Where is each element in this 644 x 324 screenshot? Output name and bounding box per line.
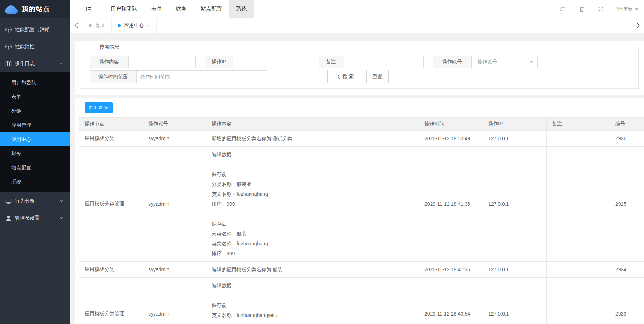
- cell-content: 编辑数据 保存前 分类名称：服装业 英文名称：fuzhuanghang 排序：9…: [206, 147, 419, 262]
- sidebar-item-perf-config[interactable]: 性能配置与消耗: [0, 21, 70, 38]
- sidebar-subitem[interactable]: 站点配置: [0, 160, 70, 175]
- sidebar-menu-bottom: 行为分析 管理员设置: [0, 192, 70, 227]
- cell-note: [547, 278, 610, 324]
- close-tab-icon[interactable]: ×: [147, 23, 150, 29]
- cell-account: syyadmin: [143, 131, 206, 147]
- cell-ip: 127.0.0.1: [483, 262, 547, 278]
- table-column-header: 操作节点: [79, 118, 143, 131]
- sidebar-subitem[interactable]: 用户和团队: [0, 75, 70, 90]
- sidebar-item-operation-log[interactable]: 操作日志: [0, 55, 70, 72]
- export-data-button[interactable]: 导出数据: [85, 102, 113, 113]
- content-input[interactable]: [129, 56, 195, 68]
- refresh-icon[interactable]: [560, 6, 565, 12]
- topnav-item[interactable]: 表单: [144, 0, 169, 18]
- tab-app-center[interactable]: 应用中心 ×: [112, 18, 157, 33]
- cell-id: 2923: [610, 278, 644, 324]
- chevron-down-icon: [59, 199, 63, 203]
- cell-node: 应用模板分类: [79, 131, 143, 147]
- cell-node: 应用模板分类: [79, 262, 143, 278]
- main-column: 用户和团队表单财务站点配置系统: [70, 0, 644, 324]
- sidebar-subitem[interactable]: 表单: [0, 90, 70, 104]
- sidebar-item-admin-settings[interactable]: 管理员设置: [0, 210, 70, 227]
- note-field-label: 备注:: [319, 56, 344, 68]
- cell-ip: 127.0.0.1: [483, 131, 547, 147]
- ip-input[interactable]: [233, 56, 310, 68]
- search-panel: 搜索信息 操作内容 操作IP 备注:: [75, 41, 644, 95]
- site-name: 我的站点: [22, 5, 50, 14]
- table-column-header: 备注: [547, 118, 610, 131]
- cell-note: [547, 147, 610, 262]
- user-name: 管理员: [617, 6, 632, 12]
- search-row-1: 操作内容 操作IP 备注: 操作账号: [90, 56, 631, 68]
- topnav-item[interactable]: 系统: [229, 0, 254, 18]
- chevron-right-icon: [637, 23, 640, 28]
- user-icon: [5, 215, 12, 221]
- table-row: 应用模板分类管理syyadmin编辑数据 保存前 分类名称：服装业 英文名称：f…: [79, 147, 644, 262]
- cell-content: 新增的应用模板分类名称为:测试分类: [206, 131, 419, 147]
- site-logo[interactable]: 我的站点: [0, 0, 70, 18]
- operation-log-table: 操作节点操作账号操作内容操作时间操作IP备注编号 应用模板分类syyadmin新…: [79, 117, 644, 324]
- reset-button[interactable]: 重置: [366, 70, 389, 83]
- trash-icon[interactable]: [579, 6, 585, 12]
- tab-label: 应用中心: [124, 22, 144, 29]
- sidebar: 我的站点 性能配置与消耗 性能监控: [0, 0, 70, 324]
- sidebar-submenu: 用户和团队表单外链应用管理应用中心财务站点配置系统: [0, 72, 70, 192]
- log-table-panel: 导出数据 操作节点操作账号操作内容操作时间操作IP备注编号 应用模板分类syya…: [75, 98, 644, 324]
- sidebar-subitem[interactable]: 应用管理: [0, 118, 70, 132]
- cell-time: 2020-11-12 18:41:36: [419, 262, 483, 278]
- tab-home[interactable]: 首页: [82, 18, 112, 33]
- time-range-field-label: 操作时间范围: [90, 71, 137, 83]
- cell-time: 2020-11-12 18:41:36: [419, 147, 483, 262]
- sidebar-item-behavior-analysis[interactable]: 行为分析: [0, 193, 70, 210]
- time-range-input[interactable]: [137, 71, 267, 83]
- sidebar-subitem[interactable]: 财务: [0, 146, 70, 160]
- tab-bar: 首页 应用中心 ×: [70, 18, 644, 33]
- account-select[interactable]: -操作账号-: [472, 56, 537, 68]
- sidebar-item-perf-monitor[interactable]: 性能监控: [0, 38, 70, 55]
- fullscreen-icon[interactable]: [598, 6, 604, 12]
- table-row: 应用模板分类syyadmin编辑的应用模板分类名称为:服装2020-11-12 …: [79, 262, 644, 278]
- search-button[interactable]: 搜 索: [327, 70, 361, 83]
- chevron-up-icon: [59, 62, 63, 66]
- table-header-row: 操作节点操作账号操作内容操作时间操作IP备注编号: [79, 118, 644, 131]
- tabs-scroll-right[interactable]: [632, 18, 644, 33]
- topnav-item[interactable]: 用户和团队: [103, 0, 144, 18]
- note-input[interactable]: [344, 56, 423, 68]
- sidebar-item-label: 性能监控: [15, 44, 35, 50]
- reset-button-label: 重置: [373, 74, 383, 80]
- cell-ip: 127.0.0.1: [483, 278, 547, 324]
- topnav-item[interactable]: 财务: [169, 0, 194, 18]
- map-book-icon: [5, 61, 12, 67]
- caret-down-icon: [530, 61, 533, 63]
- monitor-icon: [5, 198, 12, 204]
- user-menu[interactable]: 管理员: [617, 6, 638, 12]
- ip-field-label: 操作IP: [205, 56, 233, 68]
- account-select-value: -操作账号-: [476, 59, 527, 65]
- cell-ip: 127.0.0.1: [483, 147, 547, 262]
- cell-note: [547, 262, 610, 278]
- topnav-item[interactable]: 站点配置: [194, 0, 229, 18]
- cell-id: 2925: [610, 147, 644, 262]
- tab-dot: [118, 24, 121, 27]
- chevron-down-icon: [59, 216, 63, 220]
- content-field-label: 操作内容: [90, 56, 129, 68]
- note-field-group: 备注:: [319, 56, 424, 68]
- sidebar-subitem[interactable]: 系统: [0, 175, 70, 189]
- sidebar-item-label: 性能配置与消耗: [15, 27, 50, 33]
- search-icon: [335, 74, 340, 79]
- table-row: 应用模板分类syyadmin新增的应用模板分类名称为:测试分类2020-11-1…: [79, 131, 644, 147]
- cell-time: 2020-11-12 18:40:54: [419, 278, 483, 324]
- tab-dot: [89, 24, 92, 27]
- cell-account: syyadmin: [143, 262, 206, 278]
- collapse-sidebar-icon[interactable]: [86, 7, 92, 12]
- search-legend: 搜索信息: [96, 44, 123, 50]
- cell-note: [547, 131, 610, 147]
- caret-down-icon: [635, 8, 638, 11]
- cell-node: 应用模板分类管理: [79, 278, 143, 324]
- cell-content: 编辑数据 保存前 英文名称：fuzhuanghangyefu: [206, 278, 419, 324]
- account-field-group: 操作账号 -操作账号-: [433, 56, 538, 68]
- broadcast-icon: [5, 27, 12, 33]
- sidebar-subitem[interactable]: 应用中心: [0, 132, 70, 146]
- tabs-scroll-left[interactable]: [70, 18, 82, 33]
- sidebar-subitem[interactable]: 外链: [0, 104, 70, 118]
